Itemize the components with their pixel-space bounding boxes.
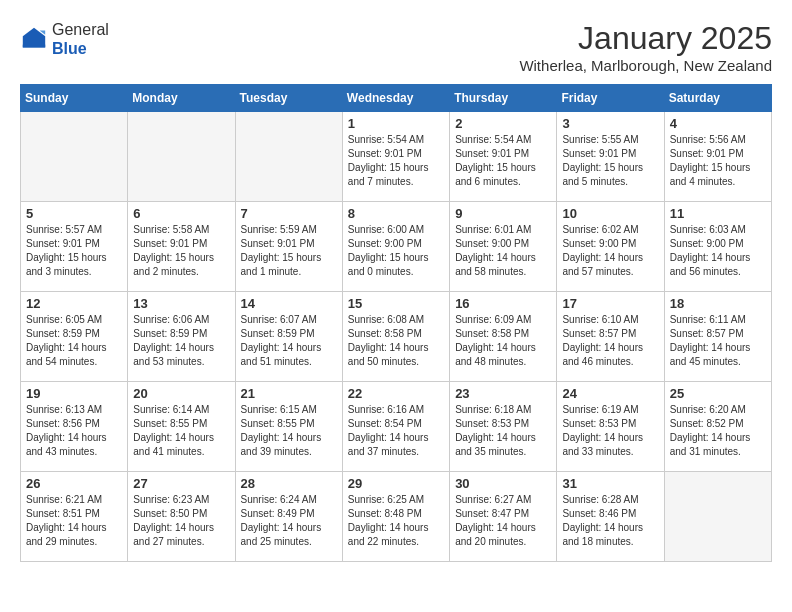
header-cell-tuesday: Tuesday (235, 85, 342, 112)
header-row: SundayMondayTuesdayWednesdayThursdayFrid… (21, 85, 772, 112)
day-number: 16 (455, 296, 551, 311)
day-info: Sunrise: 5:57 AM Sunset: 9:01 PM Dayligh… (26, 223, 122, 279)
day-number: 28 (241, 476, 337, 491)
day-number: 17 (562, 296, 658, 311)
header-cell-sunday: Sunday (21, 85, 128, 112)
day-info: Sunrise: 6:08 AM Sunset: 8:58 PM Dayligh… (348, 313, 444, 369)
day-number: 29 (348, 476, 444, 491)
day-cell: 3Sunrise: 5:55 AM Sunset: 9:01 PM Daylig… (557, 112, 664, 202)
day-number: 11 (670, 206, 766, 221)
day-cell: 26Sunrise: 6:21 AM Sunset: 8:51 PM Dayli… (21, 472, 128, 562)
day-cell: 27Sunrise: 6:23 AM Sunset: 8:50 PM Dayli… (128, 472, 235, 562)
day-number: 7 (241, 206, 337, 221)
day-cell: 4Sunrise: 5:56 AM Sunset: 9:01 PM Daylig… (664, 112, 771, 202)
day-number: 4 (670, 116, 766, 131)
day-cell: 30Sunrise: 6:27 AM Sunset: 8:47 PM Dayli… (450, 472, 557, 562)
day-number: 10 (562, 206, 658, 221)
day-number: 30 (455, 476, 551, 491)
day-cell (664, 472, 771, 562)
day-number: 9 (455, 206, 551, 221)
day-info: Sunrise: 6:01 AM Sunset: 9:00 PM Dayligh… (455, 223, 551, 279)
day-cell: 23Sunrise: 6:18 AM Sunset: 8:53 PM Dayli… (450, 382, 557, 472)
header-cell-friday: Friday (557, 85, 664, 112)
day-info: Sunrise: 5:55 AM Sunset: 9:01 PM Dayligh… (562, 133, 658, 189)
day-info: Sunrise: 6:14 AM Sunset: 8:55 PM Dayligh… (133, 403, 229, 459)
day-cell: 2Sunrise: 5:54 AM Sunset: 9:01 PM Daylig… (450, 112, 557, 202)
day-cell: 13Sunrise: 6:06 AM Sunset: 8:59 PM Dayli… (128, 292, 235, 382)
day-cell: 15Sunrise: 6:08 AM Sunset: 8:58 PM Dayli… (342, 292, 449, 382)
day-info: Sunrise: 6:24 AM Sunset: 8:49 PM Dayligh… (241, 493, 337, 549)
day-number: 1 (348, 116, 444, 131)
day-cell: 9Sunrise: 6:01 AM Sunset: 9:00 PM Daylig… (450, 202, 557, 292)
day-cell: 7Sunrise: 5:59 AM Sunset: 9:01 PM Daylig… (235, 202, 342, 292)
day-number: 23 (455, 386, 551, 401)
day-info: Sunrise: 5:58 AM Sunset: 9:01 PM Dayligh… (133, 223, 229, 279)
title-block: January 2025 Witherlea, Marlborough, New… (519, 20, 772, 74)
day-info: Sunrise: 5:59 AM Sunset: 9:01 PM Dayligh… (241, 223, 337, 279)
day-number: 27 (133, 476, 229, 491)
day-number: 20 (133, 386, 229, 401)
header-cell-wednesday: Wednesday (342, 85, 449, 112)
day-info: Sunrise: 6:13 AM Sunset: 8:56 PM Dayligh… (26, 403, 122, 459)
day-info: Sunrise: 6:18 AM Sunset: 8:53 PM Dayligh… (455, 403, 551, 459)
day-cell: 10Sunrise: 6:02 AM Sunset: 9:00 PM Dayli… (557, 202, 664, 292)
day-info: Sunrise: 6:09 AM Sunset: 8:58 PM Dayligh… (455, 313, 551, 369)
day-cell: 11Sunrise: 6:03 AM Sunset: 9:00 PM Dayli… (664, 202, 771, 292)
day-cell: 20Sunrise: 6:14 AM Sunset: 8:55 PM Dayli… (128, 382, 235, 472)
day-cell (128, 112, 235, 202)
day-number: 24 (562, 386, 658, 401)
day-info: Sunrise: 6:02 AM Sunset: 9:00 PM Dayligh… (562, 223, 658, 279)
day-cell: 24Sunrise: 6:19 AM Sunset: 8:53 PM Dayli… (557, 382, 664, 472)
day-cell: 19Sunrise: 6:13 AM Sunset: 8:56 PM Dayli… (21, 382, 128, 472)
day-info: Sunrise: 5:54 AM Sunset: 9:01 PM Dayligh… (348, 133, 444, 189)
day-info: Sunrise: 6:28 AM Sunset: 8:46 PM Dayligh… (562, 493, 658, 549)
day-info: Sunrise: 6:19 AM Sunset: 8:53 PM Dayligh… (562, 403, 658, 459)
week-row-0: 1Sunrise: 5:54 AM Sunset: 9:01 PM Daylig… (21, 112, 772, 202)
day-info: Sunrise: 6:25 AM Sunset: 8:48 PM Dayligh… (348, 493, 444, 549)
day-info: Sunrise: 6:21 AM Sunset: 8:51 PM Dayligh… (26, 493, 122, 549)
day-cell: 12Sunrise: 6:05 AM Sunset: 8:59 PM Dayli… (21, 292, 128, 382)
day-info: Sunrise: 6:20 AM Sunset: 8:52 PM Dayligh… (670, 403, 766, 459)
header-cell-saturday: Saturday (664, 85, 771, 112)
day-cell: 29Sunrise: 6:25 AM Sunset: 8:48 PM Dayli… (342, 472, 449, 562)
week-row-2: 12Sunrise: 6:05 AM Sunset: 8:59 PM Dayli… (21, 292, 772, 382)
day-cell (235, 112, 342, 202)
day-info: Sunrise: 6:03 AM Sunset: 9:00 PM Dayligh… (670, 223, 766, 279)
day-cell: 28Sunrise: 6:24 AM Sunset: 8:49 PM Dayli… (235, 472, 342, 562)
logo-blue: Blue (52, 40, 87, 57)
day-info: Sunrise: 6:10 AM Sunset: 8:57 PM Dayligh… (562, 313, 658, 369)
day-info: Sunrise: 5:56 AM Sunset: 9:01 PM Dayligh… (670, 133, 766, 189)
day-cell: 17Sunrise: 6:10 AM Sunset: 8:57 PM Dayli… (557, 292, 664, 382)
week-row-4: 26Sunrise: 6:21 AM Sunset: 8:51 PM Dayli… (21, 472, 772, 562)
week-row-3: 19Sunrise: 6:13 AM Sunset: 8:56 PM Dayli… (21, 382, 772, 472)
day-info: Sunrise: 6:16 AM Sunset: 8:54 PM Dayligh… (348, 403, 444, 459)
day-number: 13 (133, 296, 229, 311)
logo-text: General Blue (52, 20, 109, 58)
day-info: Sunrise: 5:54 AM Sunset: 9:01 PM Dayligh… (455, 133, 551, 189)
day-number: 3 (562, 116, 658, 131)
calendar-table: SundayMondayTuesdayWednesdayThursdayFrid… (20, 84, 772, 562)
day-info: Sunrise: 6:05 AM Sunset: 8:59 PM Dayligh… (26, 313, 122, 369)
day-number: 31 (562, 476, 658, 491)
day-info: Sunrise: 6:00 AM Sunset: 9:00 PM Dayligh… (348, 223, 444, 279)
day-cell: 8Sunrise: 6:00 AM Sunset: 9:00 PM Daylig… (342, 202, 449, 292)
day-number: 19 (26, 386, 122, 401)
location: Witherlea, Marlborough, New Zealand (519, 57, 772, 74)
day-cell: 6Sunrise: 5:58 AM Sunset: 9:01 PM Daylig… (128, 202, 235, 292)
day-number: 22 (348, 386, 444, 401)
day-info: Sunrise: 6:27 AM Sunset: 8:47 PM Dayligh… (455, 493, 551, 549)
day-cell (21, 112, 128, 202)
day-cell: 5Sunrise: 5:57 AM Sunset: 9:01 PM Daylig… (21, 202, 128, 292)
day-number: 5 (26, 206, 122, 221)
day-number: 26 (26, 476, 122, 491)
day-cell: 25Sunrise: 6:20 AM Sunset: 8:52 PM Dayli… (664, 382, 771, 472)
page-header: General Blue January 2025 Witherlea, Mar… (20, 20, 772, 74)
day-number: 25 (670, 386, 766, 401)
day-info: Sunrise: 6:06 AM Sunset: 8:59 PM Dayligh… (133, 313, 229, 369)
svg-rect-2 (23, 45, 45, 48)
logo-icon (20, 25, 48, 53)
day-number: 2 (455, 116, 551, 131)
day-number: 15 (348, 296, 444, 311)
day-number: 14 (241, 296, 337, 311)
day-info: Sunrise: 6:15 AM Sunset: 8:55 PM Dayligh… (241, 403, 337, 459)
